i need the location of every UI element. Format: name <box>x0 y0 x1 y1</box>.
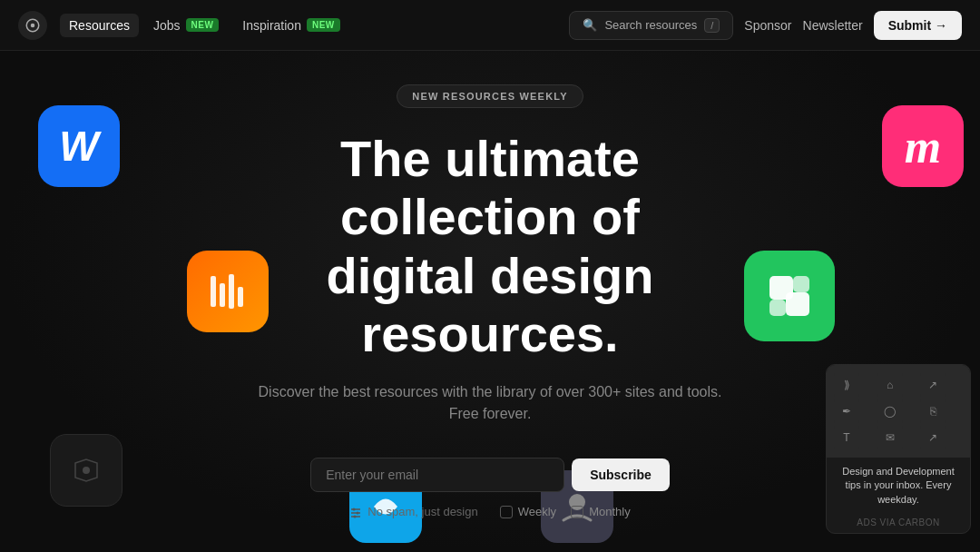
svg-point-16 <box>357 511 359 514</box>
email-input[interactable] <box>310 458 564 492</box>
site-logo[interactable] <box>18 11 47 40</box>
svg-rect-2 <box>211 276 216 307</box>
svg-point-15 <box>353 508 356 510</box>
frequency-checkboxes: Weekly Monthly <box>500 505 631 518</box>
svg-rect-7 <box>786 292 809 316</box>
search-icon: 🔍 <box>583 18 597 32</box>
newsletter-link[interactable]: Newsletter <box>803 18 863 33</box>
carbon-icon-2: ⌂ <box>877 372 903 398</box>
svg-rect-8 <box>769 300 786 316</box>
weekly-checkbox[interactable]: Weekly <box>500 505 556 518</box>
carbon-icon-3: ↗ <box>920 372 946 398</box>
svg-point-1 <box>31 23 35 27</box>
monthly-checkbox[interactable]: Monthly <box>571 505 631 518</box>
carbon-label: ADS VIA CARBON <box>827 514 970 533</box>
svg-point-17 <box>354 515 357 518</box>
sponsor-link[interactable]: Sponsor <box>744 18 791 33</box>
svg-rect-9 <box>793 276 809 292</box>
nav-item-inspiration[interactable]: Inspiration NEW <box>233 14 348 37</box>
carbon-icon-1: ⟫ <box>834 372 859 398</box>
navbar: Resources Jobs NEW Inspiration NEW 🔍 Sea… <box>0 0 980 51</box>
miro-icon: m <box>882 105 964 187</box>
sliders-icon <box>349 506 362 518</box>
email-form: Subscribe <box>310 458 670 492</box>
carbon-ads-widget[interactable]: ⟫ ⌂ ↗ ✒ ◯ ⎘ T ✉ ↗ Design and Development… <box>826 364 971 534</box>
carbon-icons-grid: ⟫ ⌂ ↗ ✒ ◯ ⎘ T ✉ ↗ <box>827 365 970 458</box>
nav-links: Resources Jobs NEW Inspiration NEW <box>60 14 569 37</box>
hero-badge: NEW RESOURCES WEEKLY <box>397 84 583 108</box>
svg-point-10 <box>83 467 90 474</box>
carbon-icon-5: ◯ <box>877 399 903 424</box>
carbon-icon-8: ✉ <box>877 425 903 450</box>
webflow-icon: W <box>38 105 120 187</box>
inspiration-badge: NEW <box>307 18 340 32</box>
carbon-icon-4: ✒ <box>834 399 859 424</box>
bottom-left-icon <box>50 434 122 507</box>
search-button[interactable]: 🔍 Search resources / <box>569 11 733 40</box>
nav-right: 🔍 Search resources / Sponsor Newsletter … <box>569 11 962 40</box>
carbon-ad-text: Design and Development tips in your inbo… <box>827 458 970 514</box>
nav-item-jobs[interactable]: Jobs NEW <box>144 14 228 37</box>
hero-title: The ultimate collection of digital desig… <box>218 130 762 364</box>
carbon-icon-9: ↗ <box>920 425 946 450</box>
carbon-icon-6: ⎘ <box>920 399 946 424</box>
search-shortcut: / <box>704 18 720 33</box>
hero-subtitle: Discover the best resources with the lib… <box>245 381 735 425</box>
subscribe-button[interactable]: Subscribe <box>572 458 670 491</box>
nav-item-resources[interactable]: Resources <box>60 14 139 37</box>
form-options: No spam, just design Weekly Monthly <box>349 505 630 518</box>
hero-section: W m <box>0 51 980 552</box>
submit-button[interactable]: Submit → <box>874 11 962 40</box>
jobs-badge: NEW <box>186 18 220 32</box>
carbon-icon-7: T <box>834 425 859 450</box>
no-spam-text: No spam, just design <box>349 505 477 518</box>
